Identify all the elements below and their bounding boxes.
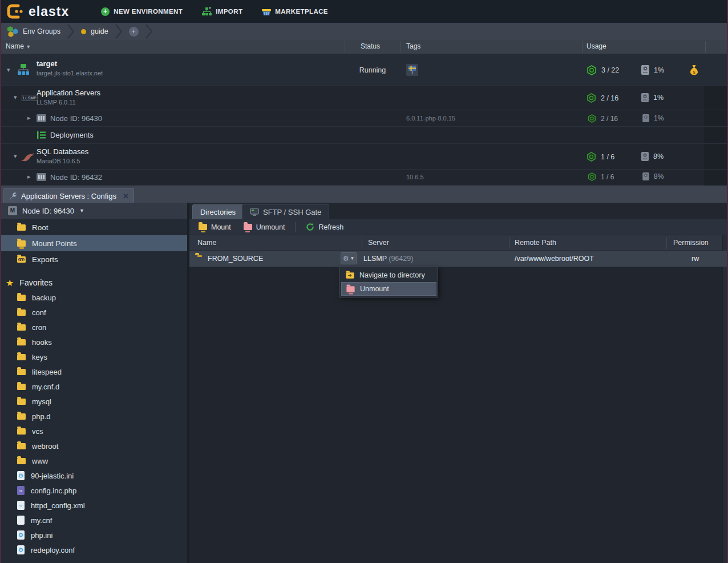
mounts-table-header: Name Server Remote Path Permission — [189, 235, 728, 251]
column-divider — [362, 237, 362, 249]
row-actions-button[interactable]: ⚙▼ — [341, 252, 357, 264]
chevron-down-icon[interactable]: ▾ — [14, 152, 17, 160]
marketplace-button[interactable]: MARKETPLACE — [254, 0, 336, 23]
version-tag: 10.6.5 — [406, 174, 424, 180]
php-file-icon: ‹› — [17, 486, 25, 495]
favorite-folder[interactable]: www — [1, 453, 187, 468]
close-panel-icon[interactable]: ✕ — [123, 192, 129, 200]
folder-icon — [17, 384, 26, 390]
favorite-folder[interactable]: webroot — [1, 439, 187, 453]
deployments-icon — [37, 131, 46, 139]
sweden-flag-icon — [406, 64, 418, 76]
region-tag[interactable] — [406, 64, 418, 76]
disk-usage: 1% — [641, 65, 664, 75]
breadcrumb-separator — [114, 23, 123, 40]
favorite-folder[interactable]: litespeed — [1, 364, 187, 379]
chevron-down-icon[interactable]: ▾ — [14, 94, 17, 101]
node-selector[interactable]: M Node ID: 96430 ▼ — [1, 203, 187, 219]
caret-down-icon: ▼ — [79, 208, 84, 214]
cloudlet-icon — [588, 114, 596, 123]
table-scrollbar-gutter[interactable] — [722, 235, 728, 563]
config-sidebar: M Node ID: 96430 ▼ Root Mount Points Exp… — [1, 203, 187, 563]
gear-icon: ⚙ — [343, 255, 349, 263]
breadcrumb: Env Groups guide + — [1, 23, 727, 40]
column-divider — [666, 237, 667, 249]
column-divider — [401, 41, 401, 53]
breadcrumb-env-groups[interactable]: Env Groups — [1, 26, 66, 37]
unmount-icon — [244, 224, 252, 230]
column-divider — [509, 237, 509, 249]
mount-button[interactable]: Mount — [194, 221, 236, 234]
favorite-file[interactable]: ⚙90-jelastic.ini — [1, 468, 187, 483]
add-group-button[interactable]: + — [123, 27, 144, 37]
chevron-right-icon[interactable]: ▸ — [27, 173, 31, 180]
env-row-app-servers[interactable]: ▾ LLSMP Application Servers LLSMP 6.0.11… — [1, 86, 727, 110]
menu-item-navigate-to-directory[interactable]: ➜ Navigate to directory — [341, 268, 436, 282]
configs-panel-tab[interactable]: Application Servers : Configs ✕ — [3, 188, 134, 203]
column-status[interactable]: Status — [361, 42, 380, 50]
favorite-file[interactable]: ‹›config.inc.php — [1, 483, 187, 498]
unmount-icon — [346, 286, 354, 292]
env-row-target[interactable]: ▾ target target.jls-sto1.elastx.net Runn… — [1, 54, 727, 86]
money-bag-icon: $ — [689, 65, 699, 75]
unmount-button[interactable]: Unmount — [239, 221, 290, 234]
favorite-folder[interactable]: conf — [1, 305, 187, 320]
favorite-folder[interactable]: my.cnf.d — [1, 379, 187, 394]
exports-folder-icon — [17, 256, 26, 263]
menu-item-unmount[interactable]: Unmount — [341, 282, 436, 296]
chevron-right-icon[interactable]: ▸ — [27, 114, 31, 122]
cloudlet-usage: 2 / 16 — [587, 93, 618, 103]
brand-name: elastx — [29, 4, 69, 19]
sidebar-item-exports[interactable]: Exports — [1, 251, 187, 267]
node-icon — [37, 173, 46, 181]
disk-icon — [642, 172, 649, 180]
column-permission[interactable]: Permission — [673, 239, 709, 247]
row-context-menu: ➜ Navigate to directory Unmount — [339, 267, 438, 297]
column-usage[interactable]: Usage — [587, 42, 606, 50]
sidebar-item-mount-points[interactable]: Mount Points — [1, 235, 187, 251]
node-type-badge: M — [8, 206, 17, 215]
column-name[interactable]: Name — [197, 239, 216, 247]
env-row-node-96430[interactable]: ▸ Node ID: 96430 6.0.11-php-8.0.15 2 / 1… — [1, 110, 727, 127]
favorite-file[interactable]: ⚙php.ini — [1, 528, 187, 542]
favorite-folder[interactable]: php.d — [1, 409, 187, 424]
column-server[interactable]: Server — [368, 239, 389, 247]
favorite-folder[interactable]: vcs — [1, 424, 187, 439]
new-environment-button[interactable]: + NEW ENVIRONMENT — [93, 0, 191, 23]
column-divider — [705, 41, 706, 53]
server-name: LLSMP (96429) — [363, 255, 413, 263]
env-row-sql-databases[interactable]: ▾ SQL Databases MariaDB 10.6.5 1 / 6 8% — [1, 144, 727, 170]
favorite-folder[interactable]: hooks — [1, 335, 187, 349]
folder-icon — [17, 443, 26, 449]
breadcrumb-group[interactable]: guide — [75, 27, 114, 35]
group-dot-icon — [81, 29, 86, 34]
tab-directories[interactable]: Directories — [192, 204, 244, 219]
billing-badge[interactable]: $ — [689, 65, 699, 75]
folder-icon — [17, 369, 26, 375]
favorite-folder[interactable]: cron — [1, 320, 187, 335]
column-name[interactable]: Name ▼ — [6, 42, 31, 50]
top-menu: + NEW ENVIRONMENT IMPORT MARKETPLACE — [93, 0, 336, 23]
mount-row-from-source[interactable]: FROM_SOURCE ⚙▼ LLSMP (96429) /var/www/we… — [189, 251, 728, 267]
favorite-folder[interactable]: keys — [1, 349, 187, 364]
folder-icon — [17, 324, 26, 331]
favorite-file[interactable]: ⚙redeploy.conf — [1, 542, 187, 557]
import-button[interactable]: IMPORT — [194, 0, 250, 23]
env-row-deployments[interactable]: Deployments — [1, 127, 727, 144]
column-tags[interactable]: Tags — [406, 42, 420, 50]
favorites-header: ★ Favorites — [1, 275, 187, 290]
favorite-file[interactable]: my.cnf — [1, 513, 187, 528]
folder-icon — [17, 428, 26, 435]
column-remote-path[interactable]: Remote Path — [515, 239, 556, 247]
favorite-file[interactable]: ‹›httpd_config.xml — [1, 498, 187, 513]
star-icon: ★ — [6, 278, 14, 288]
chevron-down-icon[interactable]: ▾ — [7, 66, 10, 74]
favorite-folder[interactable]: mysql — [1, 394, 187, 409]
favorite-folder[interactable]: backup — [1, 290, 187, 305]
env-row-node-96432[interactable]: ▸ Node ID: 96432 10.6.5 1 / 6 8% — [1, 170, 727, 186]
brand-logo[interactable]: elastx — [1, 4, 79, 19]
tab-sftp-ssh-gate[interactable]: SFTP / SSH Gate — [242, 204, 329, 219]
elastx-logo-icon — [7, 4, 24, 19]
refresh-button[interactable]: Refresh — [301, 221, 348, 234]
sidebar-item-root[interactable]: Root — [1, 219, 187, 235]
